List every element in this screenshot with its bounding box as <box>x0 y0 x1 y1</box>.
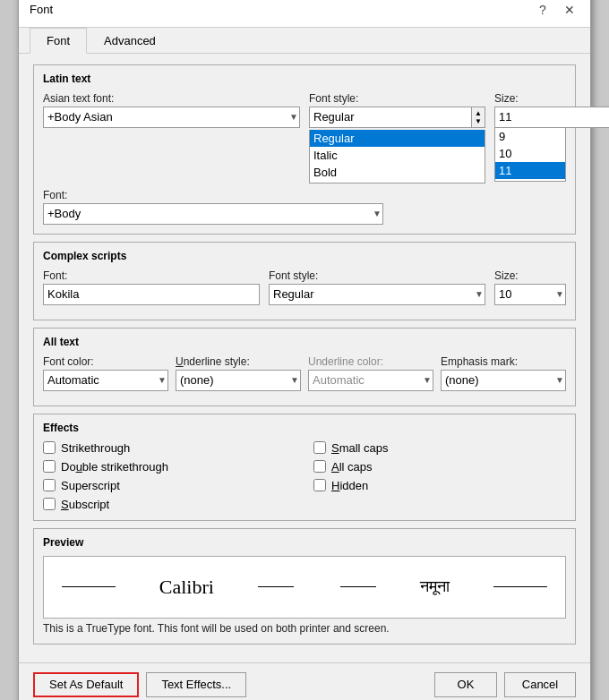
font-select-wrap: +Body ▼ <box>43 203 383 225</box>
complex-size-select-wrap: 10 ▼ <box>494 284 566 305</box>
underline-style-select-wrap: (none) ▼ <box>176 370 301 391</box>
size-list: 9 10 11 <box>494 128 566 182</box>
emphasis-mark-select[interactable]: (none) <box>441 370 566 391</box>
size-input[interactable] <box>494 107 609 128</box>
small-caps-checkbox[interactable] <box>313 441 326 454</box>
complex-style-group: Font style: Regular ▼ <box>269 269 485 305</box>
font-style-input[interactable] <box>309 107 471 128</box>
cancel-button[interactable]: Cancel <box>504 672 576 697</box>
underline-u: U <box>176 355 184 368</box>
complex-font-select-wrap <box>43 284 260 305</box>
font-style-container: ▲ ▼ Regular Italic Bold <box>309 107 485 184</box>
set-as-default-button[interactable]: Set As Default <box>33 672 139 697</box>
ok-button[interactable]: OK <box>434 672 497 697</box>
size-input-row: ▲ ▼ <box>494 107 566 128</box>
small-caps-row: Small caps <box>313 441 566 455</box>
title-bar: Font ? ✕ <box>19 0 590 28</box>
font-dialog: Font ? ✕ Font Advanced Latin text Asian … <box>18 0 591 700</box>
effects-label: Effects <box>43 422 566 434</box>
tabs-row: Font Advanced <box>19 28 590 54</box>
hidden-checkbox[interactable] <box>313 479 326 491</box>
small-caps-label: Small caps <box>331 441 389 455</box>
strikethrough-row: Strikethrough <box>43 441 296 455</box>
preview-section: Preview Calibri नमूना This is a TrueType… <box>33 528 576 645</box>
font-style-input-row: ▲ ▼ <box>309 107 485 128</box>
latin-top-row: Asian text font: +Body Asian ▼ Font styl… <box>43 92 566 184</box>
style-up-icon: ▲ <box>475 109 482 117</box>
underline-color-label: Underline color: <box>308 355 433 368</box>
font-color-select[interactable]: Automatic <box>43 370 168 391</box>
complex-row: Font: Font style: Regular ▼ Size: <box>43 269 566 305</box>
double-strikethrough-checkbox[interactable] <box>43 460 56 473</box>
style-item-bold[interactable]: Bold <box>310 164 485 181</box>
asian-font-select[interactable]: +Body Asian <box>43 107 300 128</box>
size-container: ▲ ▼ 9 10 11 <box>494 107 566 182</box>
all-text-label: All text <box>43 336 566 348</box>
style-down-icon: ▼ <box>475 117 482 125</box>
size-item-10[interactable]: 10 <box>495 145 565 162</box>
style-item-italic[interactable]: Italic <box>310 147 485 164</box>
all-text-row: Font color: Automatic ▼ Underline style:… <box>43 355 566 391</box>
latin-text-label: Latin text <box>43 73 566 85</box>
font-style-group: Font style: ▲ ▼ Regular <box>309 92 485 184</box>
preview-content: Calibri नमूना <box>44 576 565 599</box>
bottom-buttons: Set As Default Text Effects... OK Cancel <box>19 662 590 701</box>
strikethrough-label: Strikethrough <box>61 441 130 455</box>
preview-text: Calibri <box>159 576 214 599</box>
complex-font-input[interactable] <box>43 284 260 305</box>
underline-color-group: Underline color: Automatic ▼ <box>308 355 433 391</box>
all-caps-checkbox[interactable] <box>313 460 326 473</box>
all-caps-row: All caps <box>313 460 566 474</box>
subscript-row: Subscript <box>43 498 296 511</box>
latin-text-section: Latin text Asian text font: +Body Asian … <box>33 64 576 235</box>
underline-color-select[interactable]: Automatic <box>308 370 433 391</box>
complex-size-select[interactable]: 10 <box>494 284 566 305</box>
complex-style-select[interactable]: Regular <box>269 284 485 305</box>
sm-underline-u: S <box>331 441 339 455</box>
font-style-scroll[interactable]: ▲ ▼ <box>471 107 485 128</box>
tab-advanced[interactable]: Advanced <box>87 28 173 54</box>
underline-style-label: Underline style: <box>176 355 301 368</box>
font-color-label: Font color: <box>43 355 168 368</box>
effects-grid: Strikethrough Double strikethrough Super… <box>43 441 566 511</box>
preview-line-2 <box>258 586 294 587</box>
strikethrough-checkbox[interactable] <box>43 441 56 454</box>
text-effects-button[interactable]: Text Effects... <box>146 672 246 697</box>
size-item-9[interactable]: 9 <box>495 128 565 145</box>
title-bar-icons: ? ✕ <box>533 0 579 20</box>
all-text-section: All text Font color: Automatic ▼ Underli… <box>33 328 576 406</box>
style-size-group: Font style: ▲ ▼ Regular <box>309 92 566 184</box>
help-icon[interactable]: ? <box>533 0 553 20</box>
al-underline-u: A <box>331 460 339 474</box>
preview-caption: This is a TrueType font. This font will … <box>43 622 566 635</box>
complex-style-label: Font style: <box>269 269 485 282</box>
font-row: Font: +Body ▼ <box>43 189 566 225</box>
size-item-11[interactable]: 11 <box>495 162 565 179</box>
tab-font[interactable]: Font <box>30 28 87 54</box>
title-bar-left: Font <box>30 3 53 16</box>
style-item-regular[interactable]: Regular <box>310 130 485 147</box>
close-button[interactable]: ✕ <box>560 0 579 20</box>
font-label: Font: <box>43 189 383 201</box>
emphasis-mark-group: Emphasis mark: (none) ▼ <box>441 355 566 391</box>
size-group: Size: ▲ ▼ 9 10 <box>494 92 566 184</box>
font-select[interactable]: +Body <box>43 203 383 225</box>
subscript-checkbox[interactable] <box>43 498 56 510</box>
preview-label: Preview <box>43 536 566 549</box>
complex-font-label: Font: <box>43 269 260 282</box>
font-color-group: Font color: Automatic ▼ <box>43 355 168 391</box>
complex-scripts-section: Complex scripts Font: Font style: Regula… <box>33 242 576 320</box>
effects-section: Effects Strikethrough Double strikethrou… <box>33 414 576 521</box>
emphasis-mark-select-wrap: (none) ▼ <box>441 370 566 391</box>
complex-size-group: Size: 10 ▼ <box>494 269 566 305</box>
complex-font-group: Font: <box>43 269 260 305</box>
underline-style-select[interactable]: (none) <box>176 370 301 391</box>
font-group: Font: +Body ▼ <box>43 189 383 225</box>
preview-line-1 <box>62 586 116 587</box>
complex-style-select-wrap: Regular ▼ <box>269 284 485 305</box>
effects-col-right: Small caps All caps Hidden <box>313 441 566 511</box>
preview-line-4 <box>493 586 547 587</box>
superscript-checkbox[interactable] <box>43 479 56 491</box>
font-style-list: Regular Italic Bold <box>309 130 485 184</box>
hidden-label: Hidden <box>331 479 368 492</box>
